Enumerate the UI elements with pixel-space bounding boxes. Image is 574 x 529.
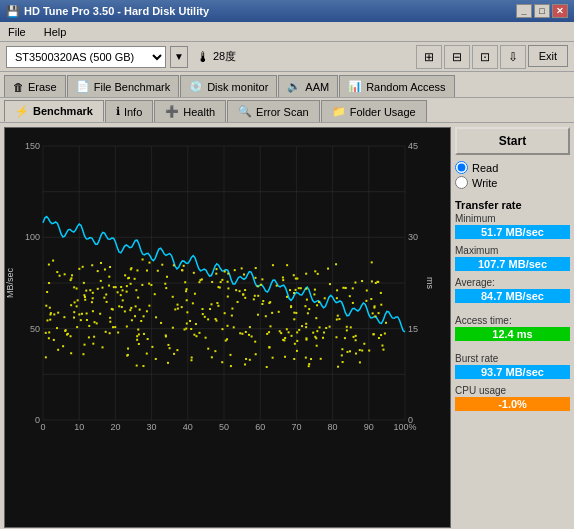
aam-icon: 🔊 [287, 80, 301, 93]
close-button[interactable]: ✕ [552, 4, 568, 18]
health-icon: ➕ [165, 105, 179, 118]
chart-area [4, 127, 451, 528]
app-icon: 💾 [6, 5, 20, 18]
transfer-rate-label: Transfer rate [455, 199, 570, 211]
disk-monitor-icon: 💿 [189, 80, 203, 93]
app-title: HD Tune Pro 3.50 - Hard Disk Utility [24, 5, 209, 17]
file-benchmark-icon: 📄 [76, 80, 90, 93]
toolbar-btn-2[interactable]: ⊟ [444, 45, 470, 69]
tab-erase[interactable]: 🗑 Erase [4, 75, 66, 97]
cpu-usage-group: CPU usage -1.0% [455, 385, 570, 411]
maximum-group: Maximum 107.7 MB/sec [455, 245, 570, 271]
tab-file-benchmark[interactable]: 📄 File Benchmark [67, 75, 179, 97]
access-time-value: 12.4 ms [455, 327, 570, 341]
main-content: Start Read Write Transfer rate Minimum 5… [0, 123, 574, 529]
benchmark-icon: ⚡ [15, 105, 29, 118]
burst-rate-value: 93.7 MB/sec [455, 365, 570, 379]
drive-select[interactable]: ST3500320AS (500 GB) [6, 46, 166, 68]
toolbar-btn-3[interactable]: ⊡ [472, 45, 498, 69]
start-button[interactable]: Start [455, 127, 570, 155]
average-value: 84.7 MB/sec [455, 289, 570, 303]
cpu-usage-value: -1.0% [455, 397, 570, 411]
average-label: Average: [455, 277, 570, 288]
write-radio[interactable] [455, 176, 468, 189]
stats-section: Transfer rate Minimum 51.7 MB/sec Maximu… [455, 199, 570, 417]
info-icon: ℹ [116, 105, 120, 118]
tab-disk-monitor[interactable]: 💿 Disk monitor [180, 75, 277, 97]
tab-aam[interactable]: 🔊 AAM [278, 75, 338, 97]
read-label: Read [472, 162, 498, 174]
tab-folder-usage[interactable]: 📁 Folder Usage [321, 100, 427, 122]
temp-icon: 🌡 [196, 49, 210, 65]
toolbar-icons: ⊞ ⊟ ⊡ ⇩ Exit [416, 45, 568, 69]
minimum-group: Minimum 51.7 MB/sec [455, 213, 570, 239]
outer-tabs: 🗑 Erase 📄 File Benchmark 💿 Disk monitor … [0, 72, 574, 98]
menu-bar: File Help [0, 22, 574, 42]
erase-icon: 🗑 [13, 81, 24, 93]
maximize-button[interactable]: □ [534, 4, 550, 18]
menu-help[interactable]: Help [40, 25, 71, 39]
menu-file[interactable]: File [4, 25, 30, 39]
temp-value: 28度 [213, 49, 236, 64]
burst-rate-label: Burst rate [455, 353, 570, 364]
tab-error-scan[interactable]: 🔍 Error Scan [227, 100, 320, 122]
folder-usage-icon: 📁 [332, 105, 346, 118]
title-bar: 💾 HD Tune Pro 3.50 - Hard Disk Utility _… [0, 0, 574, 22]
drive-arrow[interactable]: ▼ [170, 46, 188, 68]
tab-random-access[interactable]: 📊 Random Access [339, 75, 454, 97]
burst-rate-group: Burst rate 93.7 MB/sec [455, 353, 570, 379]
access-time-label: Access time: [455, 315, 570, 326]
read-radio-row[interactable]: Read [455, 161, 570, 174]
average-group: Average: 84.7 MB/sec [455, 277, 570, 303]
maximum-label: Maximum [455, 245, 570, 256]
minimize-button[interactable]: _ [516, 4, 532, 18]
right-panel: Start Read Write Transfer rate Minimum 5… [455, 127, 570, 528]
toolbar-btn-4[interactable]: ⇩ [500, 45, 526, 69]
tab-health[interactable]: ➕ Health [154, 100, 226, 122]
temperature-badge: 🌡 28度 [196, 49, 236, 65]
write-label: Write [472, 177, 497, 189]
minimum-label: Minimum [455, 213, 570, 224]
write-radio-row[interactable]: Write [455, 176, 570, 189]
error-scan-icon: 🔍 [238, 105, 252, 118]
exit-button[interactable]: Exit [528, 45, 568, 67]
access-time-group: Access time: 12.4 ms [455, 315, 570, 341]
random-access-icon: 📊 [348, 80, 362, 93]
toolbar-btn-1[interactable]: ⊞ [416, 45, 442, 69]
tab-info[interactable]: ℹ Info [105, 100, 153, 122]
cpu-usage-label: CPU usage [455, 385, 570, 396]
tab-benchmark[interactable]: ⚡ Benchmark [4, 100, 104, 122]
window-controls: _ □ ✕ [516, 4, 568, 18]
inner-tabs: ⚡ Benchmark ℹ Info ➕ Health 🔍 Error Scan… [0, 98, 574, 123]
minimum-value: 51.7 MB/sec [455, 225, 570, 239]
maximum-value: 107.7 MB/sec [455, 257, 570, 271]
toolbar: ST3500320AS (500 GB) ▼ 🌡 28度 ⊞ ⊟ ⊡ ⇩ Exi… [0, 42, 574, 72]
mode-radio-group: Read Write [455, 159, 570, 191]
read-radio[interactable] [455, 161, 468, 174]
